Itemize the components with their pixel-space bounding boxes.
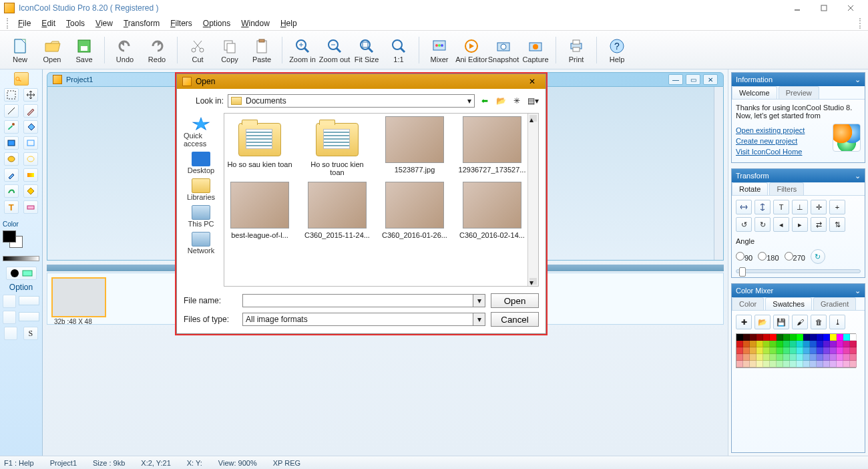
menu-options[interactable]: Options [198,17,236,29]
doc-close-button[interactable]: ✕ [703,74,718,85]
menu-help[interactable]: Help [275,17,302,29]
marquee-tool[interactable] [4,88,19,102]
swap-icon[interactable]: ⇄ [811,217,827,232]
opt-3[interactable] [4,327,17,340]
mixer-button[interactable]: Mixer [423,33,455,67]
lookin-select[interactable]: Documents ▾ [228,94,475,108]
menu-view[interactable]: View [90,17,118,29]
align-icon[interactable]: + [829,200,845,214]
swatch-export-icon[interactable]: ⤓ [829,315,845,329]
filesoftype-dropdown-icon[interactable]: ▾ [473,313,485,325]
tab-gradient[interactable]: Gradient [813,297,856,310]
zoomin-button[interactable]: Zoom in [286,33,318,67]
snapshot-button[interactable]: Snapshot [487,33,519,67]
angle-180[interactable]: 180 [758,252,779,262]
tab-swatches[interactable]: Swatches [765,297,812,310]
open-button[interactable]: Open [36,33,68,67]
link-open-existing[interactable]: Open existing project [736,126,827,134]
eraser-tool[interactable] [23,200,38,214]
menu-file[interactable]: File [13,17,36,29]
panel-collapse-icon[interactable]: ⌄ [855,75,861,84]
ellipse-tool[interactable] [4,152,19,166]
place-desktop[interactable]: Desktop [188,152,214,174]
place-network[interactable]: Network [188,232,214,255]
mirror2-icon[interactable]: ⊥ [792,200,808,214]
rect-tool[interactable] [4,136,19,150]
file-item[interactable]: best-league-of-l... [227,182,292,239]
tab-welcome[interactable]: Welcome [732,86,777,99]
nav-viewmenu-icon[interactable]: ▤▾ [527,95,539,107]
copy-button[interactable]: Copy [214,33,246,67]
undo-button[interactable]: Undo [109,33,141,67]
nav-newfolder-icon[interactable]: ✳ [511,95,523,107]
file-item[interactable]: C360_2016-01-26... [382,182,447,239]
anieditor-button[interactable]: Ani Editor [455,33,487,67]
file-item[interactable]: 12936727_173527... [459,116,525,176]
apply-angle-icon[interactable]: ↻ [811,249,825,264]
file-item[interactable]: Ho so sau kien toan [227,116,292,176]
move-tool[interactable] [23,88,38,102]
swatch-save-icon[interactable]: 💾 [773,315,789,329]
bucket-tool[interactable] [23,120,38,134]
rect-outline-tool[interactable] [23,136,38,150]
tab-rotate[interactable]: Rotate [732,182,768,195]
opt-slider-2[interactable] [19,312,39,321]
angle-270[interactable]: 270 [785,252,805,262]
pencil-tool[interactable] [23,104,38,118]
paste-button[interactable]: Paste [246,33,278,67]
cut-button[interactable]: Cut [182,33,214,67]
color-swatch[interactable] [3,230,39,251]
rotate-cw-icon[interactable]: ↻ [754,217,771,232]
flip-h-icon[interactable] [736,200,752,214]
file-list[interactable]: Ho so sau kien toanHo so truoc kien toan… [224,114,527,286]
brush-tool[interactable] [4,120,19,134]
menu-transform[interactable]: Transform [118,17,165,29]
print-button[interactable]: Print [560,33,592,67]
close-button[interactable] [837,1,864,15]
swatch-open-icon[interactable]: 📂 [754,315,771,329]
menu-filters[interactable]: Filters [165,17,198,29]
gradient-tool[interactable] [23,168,38,182]
filename-input[interactable]: ▾ [242,294,485,307]
file-scrollbar[interactable]: ▴ ▾ [527,114,538,286]
opt-slider-1[interactable] [19,296,39,305]
doc-min-button[interactable]: — [668,74,683,85]
panel-collapse-icon[interactable]: ⌄ [855,172,861,180]
line-tool[interactable] [4,104,19,118]
file-item[interactable]: C360_2015-11-24... [304,182,370,239]
ellipse-outline-tool[interactable] [23,152,38,166]
menu-edit[interactable]: Edit [36,17,61,29]
redo-button[interactable]: Redo [141,33,173,67]
swatch-palette[interactable] [736,333,856,368]
nav-up-icon[interactable]: 📂 [495,95,507,107]
mirror-icon[interactable]: T [773,200,789,214]
opt-2[interactable] [3,311,16,324]
nudge-left-icon[interactable]: ◂ [773,217,789,232]
link-create-new[interactable]: Create new project [736,137,827,145]
opt-1[interactable] [3,295,16,308]
filename-dropdown-icon[interactable]: ▾ [473,295,485,307]
thumbnail[interactable]: 32b :48 X 48 [51,277,106,317]
smudge-tool[interactable] [4,184,19,198]
panel-collapse-icon[interactable]: ⌄ [855,287,861,295]
eyedrop-tool[interactable] [4,168,19,182]
opt-4[interactable]: S [23,327,38,340]
filesoftype-select[interactable]: All image formats▾ [242,313,485,326]
open-button[interactable]: Open [491,293,539,308]
flip-v-icon[interactable] [754,200,771,214]
place-thispc[interactable]: This PC [188,205,214,228]
dialog-close-button[interactable]: ✕ [524,75,540,88]
save-button[interactable]: Save [68,33,100,67]
zoomout-button[interactable]: Zoom out [318,33,351,67]
text-tool[interactable]: T [4,200,19,214]
link-visit-home[interactable]: Visit IconCool Home [736,148,827,156]
swatch-del-icon[interactable]: 🗑 [811,315,827,329]
minimize-button[interactable] [784,1,811,15]
swap2-icon[interactable]: ⇅ [829,217,845,232]
nav-back-icon[interactable]: ⬅ [479,95,491,107]
menu-tools[interactable]: Tools [61,17,90,29]
angle-slider[interactable] [736,269,861,273]
doc-max-button[interactable]: ▭ [686,74,700,85]
place-libraries[interactable]: Libraries [187,178,215,201]
file-item[interactable]: Ho so truoc kien toan [304,116,370,176]
